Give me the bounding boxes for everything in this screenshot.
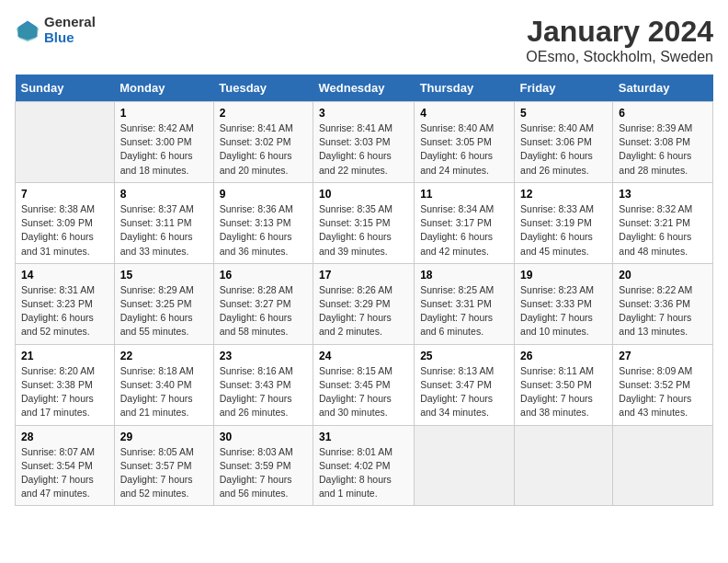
- day-number: 30: [220, 431, 307, 443]
- calendar-cell: 1Sunrise: 8:42 AM Sunset: 3:00 PM Daylig…: [114, 102, 213, 183]
- day-detail: Sunrise: 8:01 AM Sunset: 4:02 PM Dayligh…: [319, 445, 408, 501]
- calendar-cell: [613, 425, 713, 506]
- day-number: 24: [319, 350, 408, 362]
- day-detail: Sunrise: 8:05 AM Sunset: 3:57 PM Dayligh…: [120, 445, 208, 501]
- day-number: 19: [520, 269, 607, 282]
- day-detail: Sunrise: 8:29 AM Sunset: 3:25 PM Dayligh…: [120, 283, 208, 339]
- logo-blue: Blue: [44, 30, 96, 46]
- day-header-tuesday: Tuesday: [213, 75, 313, 102]
- calendar-cell: 11Sunrise: 8:34 AM Sunset: 3:17 PM Dayli…: [415, 182, 515, 263]
- calendar-cell: 19Sunrise: 8:23 AM Sunset: 3:33 PM Dayli…: [515, 263, 613, 344]
- day-number: 5: [520, 107, 607, 120]
- day-number: 9: [220, 188, 307, 201]
- day-number: 16: [220, 269, 307, 282]
- day-number: 8: [120, 188, 208, 201]
- day-number: 13: [619, 188, 707, 201]
- calendar-header-row: SundayMondayTuesdayWednesdayThursdayFrid…: [16, 75, 713, 102]
- logo-icon: [15, 17, 40, 43]
- calendar-cell: 14Sunrise: 8:31 AM Sunset: 3:23 PM Dayli…: [16, 263, 115, 344]
- calendar-cell: [515, 425, 613, 506]
- calendar-cell: 7Sunrise: 8:38 AM Sunset: 3:09 PM Daylig…: [16, 182, 115, 263]
- calendar-cell: 30Sunrise: 8:03 AM Sunset: 3:59 PM Dayli…: [213, 425, 313, 506]
- day-number: 4: [420, 107, 508, 120]
- day-header-wednesday: Wednesday: [313, 75, 414, 102]
- day-number: 28: [21, 431, 108, 443]
- day-detail: Sunrise: 8:40 AM Sunset: 3:05 PM Dayligh…: [420, 121, 508, 178]
- day-number: 3: [319, 107, 408, 120]
- day-number: 14: [21, 269, 108, 282]
- day-number: 20: [619, 269, 707, 282]
- day-header-monday: Monday: [114, 75, 213, 102]
- logo-text: General Blue: [44, 15, 96, 45]
- calendar-cell: 4Sunrise: 8:40 AM Sunset: 3:05 PM Daylig…: [415, 102, 515, 183]
- calendar-cell: 2Sunrise: 8:41 AM Sunset: 3:02 PM Daylig…: [213, 102, 313, 183]
- day-detail: Sunrise: 8:03 AM Sunset: 3:59 PM Dayligh…: [220, 445, 307, 501]
- day-detail: Sunrise: 8:22 AM Sunset: 3:36 PM Dayligh…: [619, 283, 707, 339]
- calendar-cell: 21Sunrise: 8:20 AM Sunset: 3:38 PM Dayli…: [16, 344, 115, 425]
- calendar-cell: 15Sunrise: 8:29 AM Sunset: 3:25 PM Dayli…: [114, 263, 213, 344]
- calendar-cell: 24Sunrise: 8:15 AM Sunset: 3:45 PM Dayli…: [313, 344, 414, 425]
- day-detail: Sunrise: 8:35 AM Sunset: 3:15 PM Dayligh…: [319, 202, 408, 259]
- day-number: 29: [120, 431, 208, 443]
- day-detail: Sunrise: 8:42 AM Sunset: 3:00 PM Dayligh…: [120, 121, 208, 178]
- day-header-sunday: Sunday: [16, 75, 115, 102]
- day-detail: Sunrise: 8:38 AM Sunset: 3:09 PM Dayligh…: [21, 202, 108, 259]
- calendar-cell: 29Sunrise: 8:05 AM Sunset: 3:57 PM Dayli…: [114, 425, 213, 506]
- week-row-2: 7Sunrise: 8:38 AM Sunset: 3:09 PM Daylig…: [16, 182, 713, 263]
- day-number: 21: [21, 350, 108, 362]
- day-detail: Sunrise: 8:36 AM Sunset: 3:13 PM Dayligh…: [220, 202, 307, 259]
- calendar-cell: 5Sunrise: 8:40 AM Sunset: 3:06 PM Daylig…: [515, 102, 613, 183]
- calendar-cell: 12Sunrise: 8:33 AM Sunset: 3:19 PM Dayli…: [515, 182, 613, 263]
- calendar-cell: 22Sunrise: 8:18 AM Sunset: 3:40 PM Dayli…: [114, 344, 213, 425]
- day-number: 10: [319, 188, 408, 201]
- day-detail: Sunrise: 8:28 AM Sunset: 3:27 PM Dayligh…: [220, 283, 307, 339]
- calendar-cell: 17Sunrise: 8:26 AM Sunset: 3:29 PM Dayli…: [313, 263, 414, 344]
- day-detail: Sunrise: 8:39 AM Sunset: 3:08 PM Dayligh…: [619, 121, 707, 178]
- calendar-cell: 10Sunrise: 8:35 AM Sunset: 3:15 PM Dayli…: [313, 182, 414, 263]
- day-number: 27: [619, 350, 707, 362]
- calendar-cell: 23Sunrise: 8:16 AM Sunset: 3:43 PM Dayli…: [213, 344, 313, 425]
- calendar-cell: 6Sunrise: 8:39 AM Sunset: 3:08 PM Daylig…: [613, 102, 713, 183]
- day-detail: Sunrise: 8:32 AM Sunset: 3:21 PM Dayligh…: [619, 202, 707, 259]
- day-detail: Sunrise: 8:41 AM Sunset: 3:03 PM Dayligh…: [319, 121, 408, 178]
- day-detail: Sunrise: 8:26 AM Sunset: 3:29 PM Dayligh…: [319, 283, 408, 339]
- day-number: 12: [520, 188, 607, 201]
- day-detail: Sunrise: 8:34 AM Sunset: 3:17 PM Dayligh…: [420, 202, 508, 259]
- day-number: 6: [619, 107, 707, 120]
- logo-general: General: [44, 15, 96, 30]
- day-detail: Sunrise: 8:37 AM Sunset: 3:11 PM Dayligh…: [120, 202, 208, 259]
- day-number: 11: [420, 188, 508, 201]
- day-number: 2: [220, 107, 307, 120]
- calendar-cell: 28Sunrise: 8:07 AM Sunset: 3:54 PM Dayli…: [16, 425, 115, 506]
- day-detail: Sunrise: 8:11 AM Sunset: 3:50 PM Dayligh…: [520, 364, 607, 420]
- day-number: 26: [520, 350, 607, 362]
- day-detail: Sunrise: 8:09 AM Sunset: 3:52 PM Dayligh…: [619, 364, 707, 420]
- calendar-cell: 8Sunrise: 8:37 AM Sunset: 3:11 PM Daylig…: [114, 182, 213, 263]
- calendar-cell: 3Sunrise: 8:41 AM Sunset: 3:03 PM Daylig…: [313, 102, 414, 183]
- calendar-table: SundayMondayTuesdayWednesdayThursdayFrid…: [15, 75, 713, 506]
- subtitle: OEsmo, Stockholm, Sweden: [526, 49, 713, 65]
- week-row-3: 14Sunrise: 8:31 AM Sunset: 3:23 PM Dayli…: [16, 263, 713, 344]
- day-number: 31: [319, 431, 408, 443]
- day-detail: Sunrise: 8:07 AM Sunset: 3:54 PM Dayligh…: [21, 445, 108, 501]
- calendar-cell: 27Sunrise: 8:09 AM Sunset: 3:52 PM Dayli…: [613, 344, 713, 425]
- day-number: 1: [120, 107, 208, 120]
- calendar-cell: 9Sunrise: 8:36 AM Sunset: 3:13 PM Daylig…: [213, 182, 313, 263]
- week-row-5: 28Sunrise: 8:07 AM Sunset: 3:54 PM Dayli…: [16, 425, 713, 506]
- header: General Blue January 2024 OEsmo, Stockho…: [15, 15, 713, 65]
- svg-marker-1: [17, 24, 40, 41]
- day-number: 17: [319, 269, 408, 282]
- logo: General Blue: [15, 15, 96, 45]
- day-number: 22: [120, 350, 208, 362]
- calendar-cell: 16Sunrise: 8:28 AM Sunset: 3:27 PM Dayli…: [213, 263, 313, 344]
- day-detail: Sunrise: 8:41 AM Sunset: 3:02 PM Dayligh…: [220, 121, 307, 178]
- day-detail: Sunrise: 8:13 AM Sunset: 3:47 PM Dayligh…: [420, 364, 508, 420]
- day-detail: Sunrise: 8:25 AM Sunset: 3:31 PM Dayligh…: [420, 283, 508, 339]
- calendar-cell: 13Sunrise: 8:32 AM Sunset: 3:21 PM Dayli…: [613, 182, 713, 263]
- calendar-cell: 26Sunrise: 8:11 AM Sunset: 3:50 PM Dayli…: [515, 344, 613, 425]
- day-number: 7: [21, 188, 108, 201]
- day-number: 23: [220, 350, 307, 362]
- calendar-cell: [16, 102, 115, 183]
- day-detail: Sunrise: 8:31 AM Sunset: 3:23 PM Dayligh…: [21, 283, 108, 339]
- calendar-cell: 31Sunrise: 8:01 AM Sunset: 4:02 PM Dayli…: [313, 425, 414, 506]
